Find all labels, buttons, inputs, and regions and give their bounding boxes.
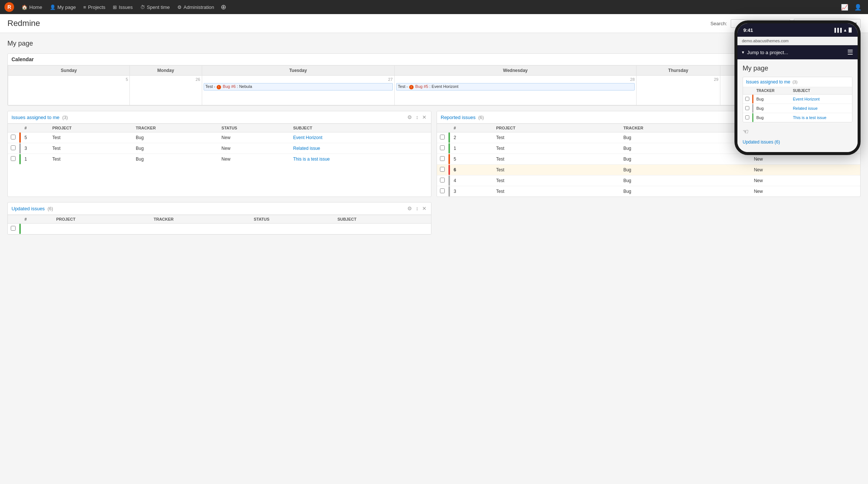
issues-assigned-title[interactable]: Issues assigned to me	[11, 115, 59, 120]
row-checkbox[interactable]	[440, 135, 445, 139]
issue-link[interactable]: This is a test issue	[293, 157, 330, 162]
row-checkbox[interactable]	[440, 167, 445, 172]
col-tracker: TRACKER	[620, 124, 751, 132]
mobile-table-row: Bug Related issue	[743, 104, 852, 113]
app-logo[interactable]: R	[4, 2, 14, 12]
issues-assigned-widget: Issues assigned to me (3) ⚙ ↕ ✕ # PROJEC…	[7, 111, 431, 197]
calendar-bug-link-6[interactable]: Bug #6	[223, 84, 236, 89]
issues-assigned-move-button[interactable]: ↕	[415, 114, 419, 120]
mobile-time: 9:41	[743, 27, 753, 33]
mobile-issue-link[interactable]: Related issue	[793, 106, 818, 111]
nav-home[interactable]: 🏠 Home	[18, 0, 46, 14]
row-priority-cell	[19, 143, 22, 154]
row-project: Test	[493, 143, 620, 154]
row-checkbox[interactable]	[11, 135, 16, 139]
empty-right-widget	[437, 202, 861, 235]
my-page-header: My page Add: ▼	[7, 39, 861, 48]
updated-close-button[interactable]: ✕	[421, 205, 427, 211]
nav-plus[interactable]: ⊕	[218, 0, 229, 14]
row-status: New	[751, 165, 860, 175]
row-subject: Related issue	[290, 143, 431, 154]
issues-assigned-settings-button[interactable]: ⚙	[407, 114, 413, 120]
updated-issues-table: # PROJECT TRACKER STATUS SUBJECT	[8, 215, 431, 234]
nav-spent-time-label: Spent time	[147, 4, 170, 10]
row-checkbox[interactable]	[11, 226, 16, 231]
row-subject	[335, 224, 431, 234]
row-project: Test	[493, 154, 620, 165]
calendar-day-num-29: 29	[638, 77, 719, 82]
row-subject: Related issue	[790, 104, 852, 113]
nav-issues[interactable]: ⊞ Issues	[109, 0, 137, 14]
row-project	[53, 224, 151, 234]
row-tracker: Bug	[620, 154, 751, 165]
calendar-bug-link-5[interactable]: Bug #5	[415, 84, 428, 89]
mobile-updated-label[interactable]: Updated issues (6)	[743, 137, 852, 147]
nav-home-label: Home	[29, 4, 42, 10]
issues-assigned-table: # PROJECT TRACKER STATUS SUBJECT 5 Test …	[8, 124, 431, 164]
updated-settings-button[interactable]: ⚙	[407, 205, 413, 211]
row-checkbox[interactable]	[745, 97, 749, 101]
row-checkbox[interactable]	[440, 156, 445, 161]
col-priority-bar	[448, 124, 451, 132]
nav-mypage[interactable]: 👤 My page	[46, 0, 80, 14]
user-account-icon[interactable]: 👤	[852, 1, 864, 13]
mypage-icon: 👤	[50, 4, 56, 10]
spent-time-icon: ⏱	[140, 4, 145, 10]
row-id: 1	[22, 154, 49, 165]
col-priority-bar	[752, 87, 754, 95]
row-checkbox[interactable]	[11, 156, 16, 161]
row-checkbox[interactable]	[745, 115, 749, 119]
row-tracker: Bug	[133, 143, 218, 154]
issues-assigned-close-button[interactable]: ✕	[421, 114, 427, 120]
mobile-page-title: My page	[743, 65, 852, 72]
updated-move-button[interactable]: ↕	[415, 205, 419, 211]
row-checkbox[interactable]	[745, 106, 749, 110]
mobile-assigned-title[interactable]: Issues assigned to me	[746, 79, 790, 85]
chart-icon[interactable]: 📈	[839, 1, 850, 13]
updated-issues-count: (6)	[47, 206, 53, 211]
calendar-col-wednesday: Wednesday	[394, 66, 636, 76]
mobile-hamburger-icon[interactable]: ☰	[847, 48, 853, 56]
nav-administration-label: Administration	[184, 4, 214, 10]
row-checkbox[interactable]	[440, 188, 445, 193]
nav-spent-time[interactable]: ⏱ Spent time	[137, 0, 174, 14]
row-status: New	[218, 154, 290, 165]
two-col-issues: Issues assigned to me (3) ⚙ ↕ ✕ # PROJEC…	[7, 111, 861, 197]
row-project: Test	[49, 132, 133, 143]
col-checkbox	[8, 124, 19, 132]
nav-projects[interactable]: ≡ Projects	[80, 0, 109, 14]
row-checkbox[interactable]	[11, 145, 16, 150]
mobile-nav: ▾ Jump to a project... ☰	[737, 45, 858, 59]
calendar-event-prefix-2: Test -	[398, 84, 409, 89]
nav-administration[interactable]: ⚙ Administration	[174, 0, 218, 14]
issue-link[interactable]: Related issue	[293, 146, 320, 151]
row-project: Test	[49, 143, 133, 154]
bug-dot-icon-2: !	[409, 85, 414, 89]
calendar-event-2[interactable]: Test - ! Bug #5 : Event Horizont	[396, 83, 635, 90]
calendar-col-sunday: Sunday	[8, 66, 130, 76]
calendar-event-1[interactable]: Test - ! Bug #6 : Nebula	[204, 83, 393, 90]
administration-icon: ⚙	[177, 4, 182, 10]
mobile-issue-link[interactable]: This is a test issue	[793, 115, 826, 120]
calendar-cell-sun: 5	[8, 76, 130, 105]
mobile-url-bar[interactable]: demo.abacusthemes.com	[737, 37, 858, 45]
row-project: Test	[49, 154, 133, 165]
row-tracker: Bug	[133, 154, 218, 165]
col-tracker: TRACKER	[133, 124, 218, 132]
calendar-day-num-26: 26	[131, 77, 200, 82]
row-checkbox[interactable]	[440, 145, 445, 150]
table-row: 4 Test Bug New	[437, 175, 860, 186]
col-status: STATUS	[218, 124, 290, 132]
updated-issues-title[interactable]: Updated issues	[11, 206, 45, 211]
row-priority-cell	[19, 154, 22, 165]
calendar-widget-header: Calendar ↑ ✕	[8, 54, 860, 65]
reported-issues-title[interactable]: Reported issues	[441, 115, 476, 120]
mobile-issue-link[interactable]: Event Horizont	[793, 97, 819, 101]
issue-link[interactable]: Event Horizont	[293, 135, 322, 140]
row-tracker: Bug	[754, 95, 790, 104]
row-subject: Event Horizont	[290, 132, 431, 143]
row-tracker: Bug	[620, 132, 751, 143]
row-project: Test	[493, 165, 620, 175]
calendar-event-suffix-1: : Nebula	[237, 84, 252, 89]
row-checkbox[interactable]	[440, 178, 445, 182]
